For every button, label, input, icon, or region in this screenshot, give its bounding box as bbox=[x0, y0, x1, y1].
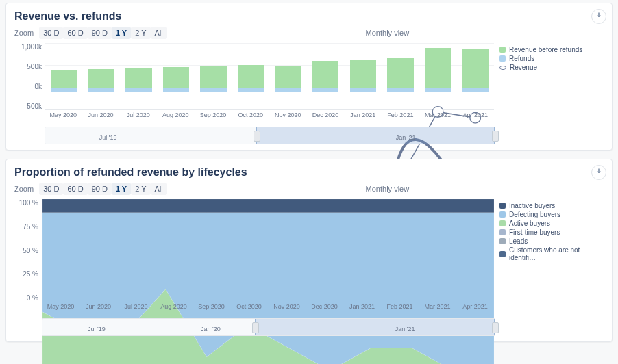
x-axis: May 2020Jun 2020Jul 2020Aug 2020Sep 2020… bbox=[45, 110, 494, 122]
range-navigator[interactable]: Jul '19Jan '20Jan '21 bbox=[42, 318, 495, 336]
x-tick: Mar 2021 bbox=[419, 302, 456, 314]
legend-swatch-icon bbox=[499, 47, 506, 53]
download-button[interactable] bbox=[591, 9, 606, 24]
range-navigator[interactable]: Jul '19Jan '21 bbox=[45, 127, 495, 144]
y-tick: -500k bbox=[25, 103, 42, 110]
card-title: Proportion of refunded revenue by lifecy… bbox=[14, 166, 604, 179]
y-axis: 100 %75 %50 %25 %0 % bbox=[14, 199, 40, 302]
legend-item[interactable]: First-time buyers bbox=[499, 229, 604, 236]
legend-label: Refunds bbox=[509, 55, 534, 62]
download-button[interactable] bbox=[591, 165, 606, 180]
legend-item[interactable]: Customers who are not identifi… bbox=[499, 246, 604, 261]
legend-label: Inactive buyers bbox=[509, 202, 555, 209]
navigator-tick: Jul '19 bbox=[99, 134, 117, 141]
legend-label: Leads bbox=[509, 237, 528, 245]
y-tick: 75 % bbox=[23, 223, 38, 231]
zoom-option-60d[interactable]: 60 D bbox=[63, 183, 87, 195]
x-axis: May 2020Jun 2020Jul 2020Aug 2020Sep 2020… bbox=[42, 302, 494, 314]
zoom-option-2y[interactable]: 2 Y bbox=[131, 183, 150, 195]
y-tick: 1,000k bbox=[21, 43, 42, 51]
navigator-tick: Jul '19 bbox=[88, 326, 106, 333]
y-axis: 1,000k500k0k-500k bbox=[14, 43, 45, 110]
view-mode-label: Monthly view bbox=[366, 185, 410, 193]
legend-label: First-time buyers bbox=[509, 229, 560, 236]
legend-item[interactable]: Defecting buyers bbox=[499, 211, 604, 218]
x-tick: Sep 2020 bbox=[195, 110, 232, 122]
x-tick: Oct 2020 bbox=[230, 302, 268, 314]
x-tick: Mar 2021 bbox=[419, 110, 457, 122]
x-tick: Feb 2021 bbox=[381, 302, 419, 314]
legend: Revenue before refundsRefundsRevenue bbox=[499, 46, 604, 73]
x-tick: Nov 2020 bbox=[268, 302, 306, 314]
legend-label: Revenue bbox=[510, 64, 537, 71]
legend-swatch-icon bbox=[499, 203, 506, 209]
x-tick: Jun 2020 bbox=[79, 302, 117, 314]
x-tick: Feb 2021 bbox=[382, 110, 419, 122]
legend-swatch-icon bbox=[499, 211, 506, 218]
navigator-selection[interactable] bbox=[256, 127, 495, 144]
x-tick: Sep 2020 bbox=[193, 302, 230, 314]
zoom-option-60d[interactable]: 60 D bbox=[63, 27, 87, 39]
zoom-option-all[interactable]: All bbox=[151, 27, 167, 39]
zoom-toolbar: Zoom 30 D60 D90 D1 Y2 YAll Monthly view bbox=[14, 27, 604, 39]
zoom-option-1y[interactable]: 1 Y bbox=[112, 183, 131, 195]
legend-label: Customers who are not identifi… bbox=[509, 246, 604, 261]
area-series[interactable] bbox=[42, 199, 494, 213]
x-tick: Jun 2020 bbox=[82, 110, 120, 122]
legend-item[interactable]: Revenue before refunds bbox=[499, 46, 604, 53]
zoom-option-1y[interactable]: 1 Y bbox=[112, 27, 131, 39]
x-tick: Nov 2020 bbox=[269, 110, 307, 122]
x-tick: Aug 2020 bbox=[157, 110, 195, 122]
y-tick: 100 % bbox=[19, 199, 38, 207]
navigator-tick: Jan '21 bbox=[396, 134, 416, 141]
chart-revenue: 1,000k500k0k-500k May 2020Jun 2020Jul 20… bbox=[14, 43, 604, 122]
x-tick: Dec 2020 bbox=[306, 302, 343, 314]
zoom-option-all[interactable]: All bbox=[151, 183, 167, 195]
x-tick: Oct 2020 bbox=[232, 110, 269, 122]
x-tick: Apr 2021 bbox=[456, 110, 494, 122]
legend-swatch-icon bbox=[499, 238, 506, 244]
card-revenue-vs-refunds: Revenue vs. refunds Zoom 30 D60 D90 D1 Y… bbox=[5, 3, 613, 151]
legend-item[interactable]: Inactive buyers bbox=[499, 202, 604, 209]
legend-swatch-icon bbox=[499, 229, 506, 235]
x-tick: Jan 2021 bbox=[344, 110, 382, 122]
chart-lifecycles: 100 %75 %50 %25 %0 % May 2020Jun 2020Jul… bbox=[14, 199, 604, 314]
navigator-tick: Jan '21 bbox=[395, 326, 415, 333]
zoom-option-30d[interactable]: 30 D bbox=[39, 27, 63, 39]
zoom-option-30d[interactable]: 30 D bbox=[39, 183, 63, 195]
legend-item[interactable]: Active buyers bbox=[499, 220, 604, 227]
zoom-label: Zoom bbox=[14, 29, 34, 37]
legend-line-icon bbox=[499, 66, 506, 70]
x-tick: May 2020 bbox=[45, 110, 82, 122]
navigator-selection[interactable] bbox=[255, 319, 495, 335]
x-tick: Jul 2020 bbox=[117, 302, 155, 314]
zoom-label: Zoom bbox=[14, 185, 34, 193]
legend-item[interactable]: Refunds bbox=[499, 55, 604, 62]
y-tick: 500k bbox=[27, 63, 42, 70]
navigator-handle-right[interactable] bbox=[492, 131, 499, 142]
legend-label: Active buyers bbox=[509, 220, 550, 227]
legend-swatch-icon bbox=[499, 220, 506, 226]
y-tick: 25 % bbox=[23, 270, 38, 278]
x-tick: Jan 2021 bbox=[343, 302, 381, 314]
legend-item[interactable]: Leads bbox=[499, 237, 604, 245]
zoom-toolbar: Zoom 30 D60 D90 D1 Y2 YAll Monthly view bbox=[14, 183, 604, 195]
legend-label: Revenue before refunds bbox=[509, 46, 582, 53]
legend-label: Defecting buyers bbox=[509, 211, 560, 218]
zoom-option-90d[interactable]: 90 D bbox=[88, 183, 112, 195]
legend: Inactive buyersDefecting buyersActive bu… bbox=[499, 202, 604, 263]
navigator-handle-left[interactable] bbox=[254, 131, 260, 142]
y-tick: 0k bbox=[34, 83, 42, 90]
card-refunded-by-lifecycle: Proportion of refunded revenue by lifecy… bbox=[5, 159, 613, 342]
view-mode-label: Monthly view bbox=[366, 29, 410, 37]
zoom-option-90d[interactable]: 90 D bbox=[88, 27, 112, 39]
legend-item[interactable]: Revenue bbox=[499, 64, 604, 71]
x-tick: Jul 2020 bbox=[119, 110, 157, 122]
navigator-handle-left[interactable] bbox=[252, 322, 259, 333]
download-icon bbox=[595, 12, 603, 22]
x-tick: Apr 2021 bbox=[456, 302, 494, 314]
legend-swatch-icon bbox=[499, 55, 506, 62]
navigator-handle-right[interactable] bbox=[492, 322, 499, 333]
card-title: Revenue vs. refunds bbox=[14, 10, 604, 23]
zoom-option-2y[interactable]: 2 Y bbox=[131, 27, 150, 39]
